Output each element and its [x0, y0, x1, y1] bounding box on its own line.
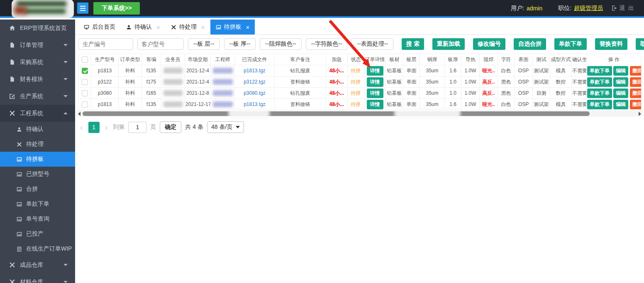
board-thickness-select[interactable]: --板 厚-- [224, 38, 256, 50]
sidebar-item-order-query[interactable]: 单号查询 [0, 212, 75, 226]
sidebar-item-erp-home[interactable]: ERP管理系统首页 [0, 20, 75, 37]
row-checkbox[interactable] [82, 101, 88, 108]
file-link[interactable]: p1813.tgz [244, 101, 266, 107]
production-no-input[interactable] [78, 38, 133, 50]
sidebar-item-finished-warehouse[interactable]: 成品仓库 [0, 256, 75, 273]
modify-number-button[interactable]: 修改编号 [473, 38, 505, 50]
single-order-row-button[interactable]: 单款下单 [587, 89, 612, 98]
scroll-right-arrow-icon[interactable] [639, 112, 641, 116]
col-forming: 成型方式 [550, 54, 572, 65]
cell-layers: 单面 [403, 65, 420, 76]
col-order-detail: 订单详情 [364, 54, 386, 65]
goto-page-input[interactable] [128, 122, 146, 133]
sidebar-item-single-order[interactable]: 单款下单 [0, 197, 75, 212]
cell-salesperson-redacted [161, 65, 185, 76]
tab-backend-home[interactable]: 后台首页 [78, 20, 121, 34]
close-icon[interactable]: × [201, 24, 205, 31]
edit-button[interactable]: 编辑 [613, 66, 628, 76]
col-solder-mask: 阻焊 [480, 54, 498, 65]
replace-data-button[interactable]: 替换资料 [595, 38, 627, 50]
board-layer-select[interactable]: --板 层-- [188, 38, 220, 50]
sidebar-item-finance[interactable]: 财务模块 [0, 71, 75, 88]
role-value[interactable]: 超级管理员 [574, 5, 603, 12]
logout-button[interactable]: 退 出 [611, 5, 635, 12]
withdraw-button[interactable]: 撤回 [630, 77, 642, 87]
single-order-row-button[interactable]: 单款下单 [587, 100, 612, 109]
role-label: 职位: [558, 5, 571, 12]
per-page-select[interactable]: 48 条/页 [207, 121, 244, 133]
cancel-refeed-button[interactable]: 取消补料 [636, 38, 644, 50]
tab-pending-confirm[interactable]: 待确认 × [121, 20, 166, 34]
table-row: p1813 补料 f135 2021-12-17 p1813.tgz 资料做错 … [79, 99, 642, 110]
sidebar-item-material-warehouse[interactable]: 材料仓库 [0, 273, 75, 283]
solder-mask-color-select[interactable]: --阻焊颜色-- [260, 38, 302, 50]
page-number-button[interactable]: 1 [88, 122, 100, 133]
file-link[interactable]: p3122.tgz [244, 79, 266, 85]
cell-status: 待拼 [348, 65, 364, 76]
file-link[interactable]: p3080.tgz [244, 90, 266, 96]
surface-finish-select[interactable]: --表面处理-- [351, 38, 393, 50]
search-button[interactable]: 搜 索 [402, 38, 424, 50]
sidebar-item-pending-panel[interactable]: 待拼板 [0, 152, 75, 167]
col-salesperson: 业务员 [161, 54, 185, 65]
scroll-left-arrow-icon[interactable] [78, 112, 80, 116]
order-system-button[interactable]: 下单系统>> [93, 2, 140, 15]
sidebar-item-order-mgmt[interactable]: 订单管理 [0, 37, 75, 54]
select-all-checkbox[interactable] [82, 57, 88, 63]
file-link[interactable]: p1813.tgz [244, 68, 266, 74]
self-combine-button[interactable]: 自选合拼 [514, 38, 546, 50]
user-icon [17, 127, 22, 132]
withdraw-button[interactable]: 撤回 [630, 100, 642, 109]
edit-button[interactable]: 编辑 [613, 77, 628, 87]
image-icon [216, 25, 221, 30]
edit-button[interactable]: 编辑 [613, 100, 628, 109]
detail-button[interactable]: 详情 [367, 100, 383, 109]
single-order-button[interactable]: 单款下单 [554, 38, 587, 50]
image-icon [17, 172, 22, 177]
cell-salesperson-redacted [161, 76, 185, 88]
row-checkbox[interactable] [82, 79, 88, 85]
tab-pending-panel[interactable]: 待拼板 × [210, 20, 255, 34]
close-icon[interactable]: × [156, 24, 160, 31]
sidebar-item-paneled-models[interactable]: 已拼型号 [0, 167, 75, 182]
sidebar-item-engineering[interactable]: 工程系统 [0, 105, 75, 122]
detail-button[interactable]: 详情 [367, 89, 383, 98]
row-checkbox[interactable] [82, 90, 88, 96]
reload-button[interactable]: 重新加载 [432, 38, 465, 50]
horizontal-scrollbar[interactable] [77, 111, 642, 117]
customer-model-input[interactable] [137, 38, 184, 50]
detail-button[interactable]: 详情 [367, 66, 383, 76]
col-urgent: 加急 [326, 54, 348, 65]
edit-button[interactable]: 编辑 [613, 89, 628, 98]
table-header-row: 生产型号 订单类型 客编 业务员 市场交期 工程师 已完成文件 客户备注 加急 … [79, 54, 642, 65]
silkscreen-color-select[interactable]: --字符颜色-- [306, 38, 348, 50]
prev-page-icon[interactable]: ‹ [78, 123, 85, 131]
close-icon[interactable]: × [246, 24, 250, 31]
sidebar-item-production[interactable]: 生产系统 [0, 88, 75, 105]
sidebar-item-combine[interactable]: 合拼 [0, 182, 75, 197]
chevron-down-icon [63, 44, 68, 46]
sidebar-item-in-production[interactable]: 已投产 [0, 226, 75, 241]
sidebar-item-pending-confirm[interactable]: 待确认 [0, 122, 75, 137]
cell-production-no: p3080 [91, 88, 119, 99]
cell-silkscreen: 白色 [498, 65, 515, 76]
scrollbar-thumb[interactable] [83, 111, 590, 116]
blur-smudge [228, 108, 270, 119]
sidebar-item-purchase[interactable]: 采购系统 [0, 54, 75, 71]
tab-pending-process[interactable]: 待处理 × [166, 20, 210, 34]
withdraw-button[interactable]: 撤回 [630, 89, 642, 98]
row-checkbox[interactable] [82, 68, 88, 74]
next-page-icon[interactable]: › [103, 123, 110, 131]
filter-toolbar: --板 层-- --板 厚-- --阻焊颜色-- --字符颜色-- --表面处理… [75, 35, 644, 53]
detail-button[interactable]: 详情 [367, 77, 383, 87]
single-order-row-button[interactable]: 单款下单 [587, 77, 612, 87]
sidebar-item-pending-process[interactable]: 待处理 [0, 137, 75, 152]
goto-confirm-button[interactable]: 确定 [160, 121, 181, 133]
single-order-row-button[interactable]: 单款下单 [587, 66, 612, 76]
cell-surface: OSP [515, 99, 533, 110]
withdraw-button[interactable]: 撤回 [630, 66, 642, 76]
menu-toggle-button[interactable] [77, 2, 88, 14]
sidebar-item-online-wip[interactable]: 在线生产订单WIP [0, 241, 75, 256]
home-icon [9, 25, 15, 31]
pagination: ‹ 1 › 到第 页 确定 共 4 条 48 条/页 [75, 117, 644, 138]
